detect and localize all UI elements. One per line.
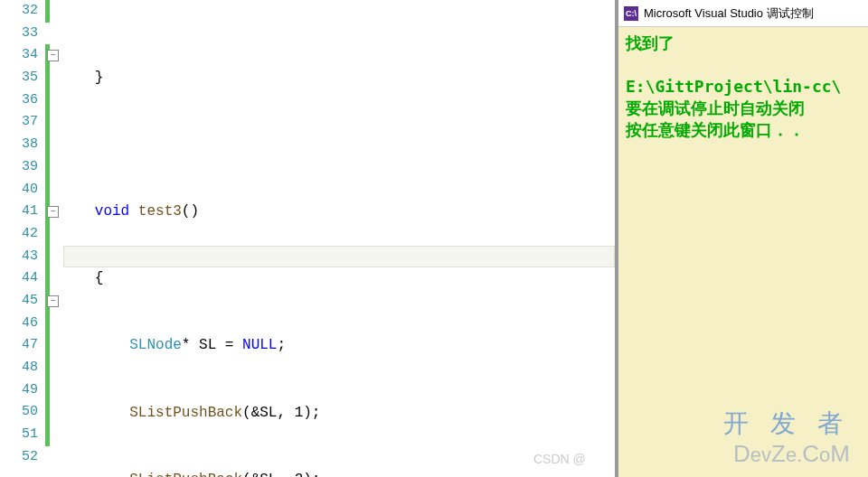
console-title: Microsoft Visual Studio 调试控制	[644, 5, 814, 22]
line-number: 32	[0, 0, 38, 23]
line-number: 33	[0, 23, 38, 45]
code-line: void test3()	[63, 201, 615, 223]
watermark-cn: 开 发 者	[723, 407, 850, 441]
current-line-highlight	[63, 246, 615, 268]
change-marker	[45, 44, 50, 446]
line-number: 50	[0, 401, 38, 424]
console-titlebar[interactable]: C:\ Microsoft Visual Studio 调试控制	[618, 0, 868, 27]
code-line	[63, 134, 615, 156]
csdn-watermark: CSDN @	[533, 452, 586, 466]
change-marker	[45, 0, 50, 23]
line-number: 35	[0, 67, 38, 89]
line-number: 39	[0, 156, 38, 179]
code-line: }	[63, 67, 615, 89]
watermark-en: DevZe.CoM	[733, 440, 850, 468]
fold-toggle[interactable]: −	[47, 50, 59, 61]
fold-toggle[interactable]: −	[47, 295, 59, 307]
fold-toggle[interactable]: −	[47, 206, 59, 218]
vs-icon: C:\	[624, 6, 638, 21]
line-number: 44	[0, 267, 38, 290]
debug-console-window[interactable]: C:\ Microsoft Visual Studio 调试控制 找到了 E:\…	[615, 0, 868, 477]
line-number: 46	[0, 313, 38, 335]
line-number: 51	[0, 424, 38, 446]
line-number: 36	[0, 89, 38, 112]
line-number: 48	[0, 357, 38, 379]
line-number: 52	[0, 446, 38, 469]
fold-column: −−−	[45, 0, 63, 477]
line-number: 41	[0, 201, 38, 223]
code-line: {	[63, 267, 615, 290]
line-number: 49	[0, 379, 38, 402]
line-number: 43	[0, 246, 38, 268]
code-line: SListPushBack(&SL, 1);	[63, 402, 615, 425]
line-number: 42	[0, 223, 38, 246]
line-number: 34	[0, 44, 38, 67]
line-number: 38	[0, 134, 38, 156]
line-number-gutter: 3233343536373839404142434445464748495051…	[0, 0, 45, 477]
line-number: 47	[0, 334, 38, 357]
code-editor[interactable]: 3233343536373839404142434445464748495051…	[0, 0, 615, 477]
line-number: 37	[0, 111, 38, 134]
code-line: SLNode* SL = NULL;	[63, 334, 615, 357]
line-number: 40	[0, 179, 38, 201]
code-area[interactable]: } void test3() { SLNode* SL = NULL; SLis…	[63, 0, 615, 477]
code-line: SListPushBack(&SL, 2);	[63, 469, 615, 477]
line-number: 45	[0, 290, 38, 313]
